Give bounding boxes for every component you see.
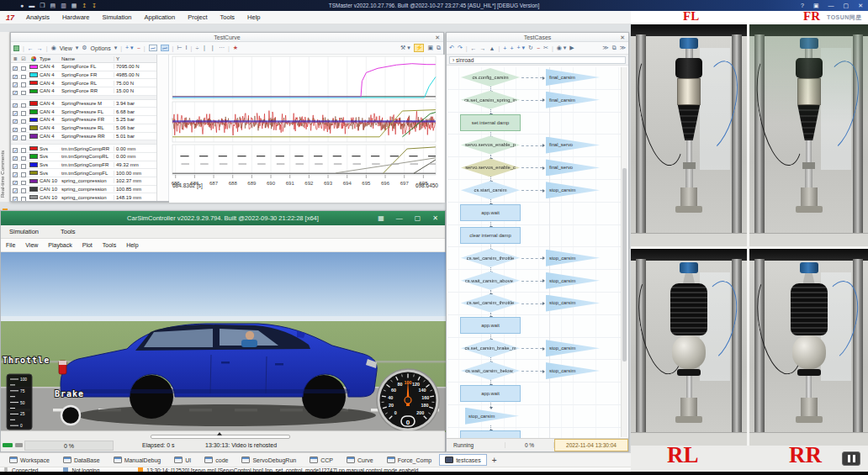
carsim-viewmenu-view[interactable]: View bbox=[25, 242, 38, 248]
flow-flag-stop_carsim[interactable]: stop_carsim bbox=[546, 182, 600, 198]
view-menu[interactable]: View bbox=[60, 45, 72, 51]
delete-icon[interactable]: − bbox=[537, 45, 540, 51]
flow-node-app-wait[interactable]: app.wait bbox=[460, 317, 521, 334]
y-header[interactable]: Y bbox=[114, 56, 156, 61]
cursor-icon[interactable]: ÷ bbox=[195, 45, 198, 51]
name-header[interactable]: Name bbox=[61, 56, 114, 61]
close-button[interactable]: ✕ bbox=[432, 211, 438, 225]
minimize-button[interactable]: — bbox=[828, 0, 834, 11]
forward-icon[interactable]: → bbox=[480, 45, 486, 51]
tab-realtime-comments[interactable]: Real-time Comments bbox=[0, 141, 10, 207]
redo-icon[interactable]: → bbox=[37, 45, 43, 51]
flow-flag-final_carsim[interactable]: final_carsim bbox=[546, 92, 600, 108]
export-window-icon[interactable]: ⧉ bbox=[437, 45, 441, 51]
table-row[interactable]: CAN 10spring_compression148.19 mm bbox=[11, 193, 156, 201]
marker2-icon[interactable]: ❘ bbox=[210, 45, 215, 51]
carsim-titlebar[interactable]: CarSimController v2022.9.29.794. Built @… bbox=[1, 211, 445, 225]
carsim-viewmenu-playback[interactable]: Playback bbox=[48, 242, 71, 248]
carsim-viewmenu-tools[interactable]: Tools bbox=[103, 242, 116, 248]
flow-node-cs-config-carsim[interactable]: cs.config_carsim bbox=[461, 68, 520, 87]
breadcrumb[interactable]: › sinroad bbox=[449, 56, 626, 64]
brake-pedal[interactable] bbox=[61, 406, 80, 425]
popout-icon[interactable]: ⧉ bbox=[612, 45, 617, 51]
scrollbar-thumb[interactable] bbox=[622, 168, 627, 362]
flow-flag-final_servo[interactable]: final_servo bbox=[546, 159, 600, 176]
run-icon[interactable]: ▶ bbox=[569, 45, 574, 51]
taskbar-tab-ui[interactable]: UI bbox=[168, 454, 197, 466]
pin-icon[interactable]: ★ bbox=[233, 45, 238, 51]
taskbar-tab-force_comp[interactable]: Force_Comp bbox=[381, 454, 437, 466]
multi-axis-icon[interactable] bbox=[161, 45, 169, 51]
table-row[interactable]: Svstm.tmSpringCompFL100.00 mm bbox=[11, 169, 156, 177]
save-icon[interactable]: ▣ bbox=[427, 45, 433, 51]
flow-node-servo-servos-enable-c[interactable]: servo.servos_enable_c bbox=[461, 158, 520, 177]
maximize-button[interactable]: ▢ bbox=[415, 211, 421, 225]
refresh-icon[interactable]: ↻ bbox=[528, 45, 533, 51]
flow-node-cs-set-carsim-brake-m[interactable]: cs.set_carsim_brake_m bbox=[461, 339, 520, 357]
type-header[interactable]: Type bbox=[40, 56, 61, 61]
table-row[interactable]: Svstm.tmSpringCompRR0.00 mm bbox=[11, 145, 156, 153]
table-row[interactable]: CAN 4SpringForce RR15.00 N bbox=[11, 87, 156, 96]
fit-x-icon[interactable]: ⊢ bbox=[177, 45, 182, 51]
taskbar-tab-curve[interactable]: Curve bbox=[341, 454, 379, 466]
menu-analysis[interactable]: Analysis bbox=[26, 13, 50, 21]
options-menu[interactable]: Options bbox=[91, 45, 111, 51]
menu-simulation[interactable]: Simulation bbox=[102, 13, 131, 21]
close-icon[interactable]: ✕ bbox=[620, 33, 625, 42]
flow-node-cs-wait-carsim-above-[interactable]: cs.wait_carsim_above_ bbox=[461, 272, 520, 290]
menu-hardware[interactable]: Hardware bbox=[62, 13, 90, 21]
add-more-icon[interactable]: + ▾ bbox=[517, 45, 526, 51]
add-group-icon[interactable]: + bbox=[510, 45, 513, 51]
undo-icon[interactable]: ← bbox=[28, 45, 34, 51]
testcurve-plot-area[interactable]: 6856866876886896906916926936946956966976… bbox=[169, 55, 445, 203]
flow-node-servo-servos-enable-p[interactable]: servo.servos_enable_p bbox=[461, 136, 520, 155]
undo-icon[interactable]: ↶ bbox=[449, 45, 454, 51]
taskbar-tab-manualdebug[interactable]: ManualDebug bbox=[108, 454, 167, 466]
testcases-titlebar[interactable]: TestCases ✕ bbox=[447, 33, 628, 42]
close-icon[interactable]: ✕ bbox=[435, 33, 440, 42]
table-row[interactable]: CAN 4SpringForce FL7095.00 N bbox=[11, 63, 156, 71]
marker-icon[interactable]: ❘ bbox=[202, 45, 207, 51]
cut-icon[interactable]: ✂ bbox=[543, 45, 548, 51]
menu-tools[interactable]: Tools bbox=[220, 13, 236, 21]
view-icon[interactable]: ◉ bbox=[51, 45, 56, 51]
options-icon[interactable]: ⚙ bbox=[82, 45, 87, 51]
flow-node-cs-start-carsim[interactable]: cs.start_carsim bbox=[461, 181, 520, 199]
minimize-button[interactable]: — bbox=[396, 211, 403, 225]
carsim-menu-simulation[interactable]: Simulation bbox=[9, 228, 39, 235]
watch-icon[interactable]: ◉ ▾ bbox=[557, 45, 567, 51]
scrubber-handle[interactable] bbox=[217, 432, 222, 435]
carsim-menu-tools[interactable]: Tools bbox=[61, 228, 76, 235]
flow-node-cs-set-carsim-throttle[interactable]: cs.set_carsim_throttle bbox=[461, 249, 520, 267]
flow-node-stop-carsim[interactable]: stop_carsim bbox=[465, 408, 519, 425]
flow-node-cs-set-carsim-throttle[interactable]: cs.set_carsim_throttle bbox=[461, 294, 520, 313]
flow-flag-stop_carsim[interactable]: stop_carsim bbox=[546, 295, 600, 312]
more-icon[interactable]: ⋯ bbox=[219, 45, 225, 51]
redo-icon[interactable]: ↷ bbox=[458, 45, 463, 51]
flow-flag-final_carsim[interactable]: final_carsim bbox=[546, 69, 600, 86]
table-row[interactable]: CAN 4SpringPressure RL5.06 bar bbox=[11, 124, 156, 133]
flow-flag-stop_carsim[interactable]: stop_carsim bbox=[546, 362, 600, 379]
add-tab-button[interactable]: + bbox=[489, 456, 500, 465]
carsim-viewmenu-file[interactable]: File bbox=[6, 242, 15, 248]
taskbar-tab-workspace[interactable]: Workspace bbox=[3, 454, 56, 466]
flow-scrollbar[interactable] bbox=[621, 67, 627, 437]
flow-flag-stop_carsim[interactable]: stop_carsim bbox=[546, 250, 600, 267]
pause-button[interactable] bbox=[842, 451, 860, 466]
table-row[interactable]: CAN 4SpringPressure M3.94 bar bbox=[11, 100, 156, 108]
flow-node-set-internal-damp[interactable]: set internal damp bbox=[460, 114, 521, 131]
live-update-icon[interactable]: ⚡ bbox=[414, 44, 425, 52]
table-row[interactable]: Svstm.tmSpringCompFR49.32 mm bbox=[11, 161, 156, 170]
taskbar-tab-ccp[interactable]: CCP bbox=[304, 454, 339, 466]
flow-flag-stop_carsim[interactable]: stop_carsim bbox=[546, 272, 600, 289]
table-row[interactable]: CAN 4SpringPressure RR5.01 bar bbox=[11, 133, 156, 141]
carsim-viewmenu-help[interactable]: Help bbox=[126, 242, 138, 248]
taskbar-tab-database[interactable]: DataBase bbox=[57, 454, 106, 466]
table-row[interactable]: CAN 4SpringForce FR4985.00 N bbox=[11, 71, 156, 80]
table-row[interactable]: CAN 10spring_compression102.37 mm bbox=[11, 177, 156, 186]
table-row[interactable]: Svstm.tmSpringCompRL0.00 mm bbox=[11, 153, 156, 161]
flow-flag-final_servo[interactable]: final_servo bbox=[546, 137, 600, 154]
flow-node-app-wait[interactable]: app.wait bbox=[460, 204, 521, 221]
taskbar-tab-code[interactable]: code bbox=[198, 454, 234, 466]
table-row[interactable]: CAN 10spring_compression100.85 mm bbox=[11, 186, 156, 194]
